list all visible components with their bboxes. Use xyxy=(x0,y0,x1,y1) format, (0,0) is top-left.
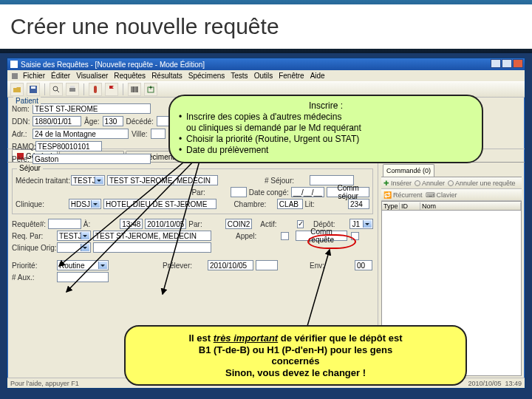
title-bar[interactable]: Saisie des Requêtes - [Nouvelle requête … xyxy=(7,58,525,70)
inserer-button[interactable]: ✚ Insérer xyxy=(383,180,412,187)
comm-sejour-button[interactable]: Comm séjour xyxy=(327,187,369,197)
svg-rect-5 xyxy=(70,86,75,88)
heading-band: Créer une nouvelle requête xyxy=(0,4,532,49)
actif-label: Actif: xyxy=(260,220,294,228)
menu-outils[interactable]: Outils xyxy=(252,72,276,80)
svg-rect-6 xyxy=(94,86,97,93)
open-icon[interactable] xyxy=(10,83,24,96)
menu-requetes[interactable]: Requêtes xyxy=(112,72,148,80)
appel-checkbox[interactable] xyxy=(281,232,289,240)
reqpar-label: Req. Par: xyxy=(12,232,55,240)
clinorig-label: Clinique Orig: xyxy=(12,244,55,252)
date-conge-field[interactable]: __/__/__ xyxy=(291,187,325,197)
tab-commande-label: Commandé (0) xyxy=(386,167,431,174)
svg-rect-4 xyxy=(69,88,75,92)
sejour-legend: Séjour xyxy=(17,164,43,172)
col-nom[interactable]: Nom xyxy=(420,202,521,210)
chambre-label: Chambre: xyxy=(233,200,274,208)
annuler-req-button[interactable]: Annuler une requête xyxy=(448,180,516,187)
nom-field[interactable]: TEST ST-JEROME xyxy=(33,103,151,114)
adr-label: Adr.: xyxy=(12,130,30,138)
age-field[interactable]: 130 xyxy=(103,116,123,126)
chambre-field[interactable]: CLAB xyxy=(277,199,303,209)
depot-highlight xyxy=(307,234,356,249)
callout-top-b1: Inscrire des copies à d'autres médecinso… xyxy=(179,112,473,134)
callout-bottom-l4: Sinon, vous devez le changer ! xyxy=(136,367,455,379)
svg-rect-1 xyxy=(31,86,35,89)
menu-specimens[interactable]: Spécimens xyxy=(186,72,227,80)
col-id[interactable]: ID xyxy=(400,202,420,210)
menu-editer[interactable]: Éditer xyxy=(49,72,72,80)
app-icon xyxy=(10,61,18,68)
arrow-callout-bottom xyxy=(300,248,366,330)
window-controls xyxy=(491,59,523,68)
ddn-field[interactable]: 1880/01/01 xyxy=(33,116,81,126)
ramq-label: RAMQ: xyxy=(12,143,33,151)
annuler-button[interactable]: Annuler xyxy=(415,180,445,187)
svg-line-11 xyxy=(307,250,330,326)
ville-label: Ville: xyxy=(132,130,148,138)
ville-field[interactable] xyxy=(151,129,166,139)
status-help: Pour l'aide, appuyer F1 xyxy=(10,380,79,387)
menu-resultats[interactable]: Résultats xyxy=(149,72,185,80)
naux-label: # Aux.: xyxy=(12,273,55,282)
actif-checkbox[interactable] xyxy=(297,220,304,228)
menu-icon xyxy=(12,73,18,79)
lit-field[interactable]: 234 xyxy=(348,199,369,209)
save-icon[interactable] xyxy=(27,83,40,96)
depot-field[interactable]: J1 xyxy=(349,219,373,229)
requete-num-label: Requête#: xyxy=(12,220,46,228)
age-label: Âge: xyxy=(84,117,100,126)
tube-icon[interactable] xyxy=(89,83,102,96)
lit-label: Lit: xyxy=(305,200,346,208)
clavier-button[interactable]: ⌨ Clavier xyxy=(426,191,457,199)
depot-label: Dépôt: xyxy=(313,220,347,228)
right-toolbar: ✚ Insérer Annuler Annuler une requête xyxy=(381,177,522,189)
col-type[interactable]: Type xyxy=(382,202,400,210)
date-conge-label: Date congé: xyxy=(249,188,289,197)
callout-top-b2: Choisir la priorité (Routine, Urgent ou … xyxy=(179,134,473,145)
adr-field[interactable]: 24 de la Montagne xyxy=(33,129,129,139)
print-icon[interactable] xyxy=(66,83,79,96)
callout-bottom-l1: Il est très important de vérifier que le… xyxy=(136,332,455,344)
slide-title: Créer une nouvelle requête xyxy=(10,14,279,39)
menu-tests[interactable]: Tests xyxy=(228,72,250,80)
svg-line-10 xyxy=(163,161,200,294)
appel-label: Appel: xyxy=(236,232,279,240)
maximize-button[interactable] xyxy=(502,59,512,68)
search-icon[interactable] xyxy=(50,83,63,96)
grid-header: Type ID Nom xyxy=(381,201,522,211)
window-title: Saisie des Requêtes - [Nouvelle requête … xyxy=(21,61,205,69)
arrow-3 xyxy=(155,161,222,301)
callout-inscrire: Inscrire : Inscrire des copies à d'autre… xyxy=(168,95,483,163)
menu-aide[interactable]: Aide xyxy=(308,72,327,80)
req-par-field[interactable]: COIN2 xyxy=(225,219,253,229)
pere-label: Père: xyxy=(12,155,30,163)
callout-top-title: Inscrire : xyxy=(179,100,473,112)
barcode-icon[interactable] xyxy=(128,83,141,96)
flag-icon[interactable] xyxy=(105,83,118,96)
menu-fichier[interactable]: Fichier xyxy=(21,72,47,80)
num-sejour-label: # Séjour: xyxy=(265,177,307,185)
menu-bar: Fichier Éditer Visualiser Requêtes Résul… xyxy=(7,70,525,81)
tab-commande[interactable]: Commandé (0) xyxy=(383,164,434,177)
ramq-field[interactable]: TESP80010101 xyxy=(35,141,102,151)
callout-bottom-l2: B1 (T-de-B) ou H1 (P-d'en-H) pour les ge… xyxy=(136,344,455,356)
right-toolbar-2: 🔁 Récurrent ⌨ Clavier xyxy=(381,189,522,201)
close-button[interactable] xyxy=(513,59,523,68)
export-icon[interactable] xyxy=(144,83,157,96)
svg-line-3 xyxy=(57,90,59,92)
menu-fenetre[interactable]: Fenêtre xyxy=(276,72,306,80)
ddn-label: DDN: xyxy=(12,117,30,126)
prelever-time-field[interactable] xyxy=(256,260,278,270)
recurrent-button[interactable]: 🔁 Récurrent xyxy=(383,191,423,199)
callout-depot: Il est très important de vérifier que le… xyxy=(124,325,467,386)
slide-root: 34 Créer une nouvelle requête Saisie des… xyxy=(0,0,532,399)
par-field[interactable] xyxy=(231,187,247,197)
minimize-button[interactable] xyxy=(491,59,501,68)
patient-legend: Patient xyxy=(13,97,41,105)
status-datetime: 2010/10/05 13:49 xyxy=(468,380,522,387)
nom-label: Nom: xyxy=(12,105,30,113)
callout-bottom-l3: concernés xyxy=(136,355,455,367)
menu-visualiser[interactable]: Visualiser xyxy=(74,72,110,80)
